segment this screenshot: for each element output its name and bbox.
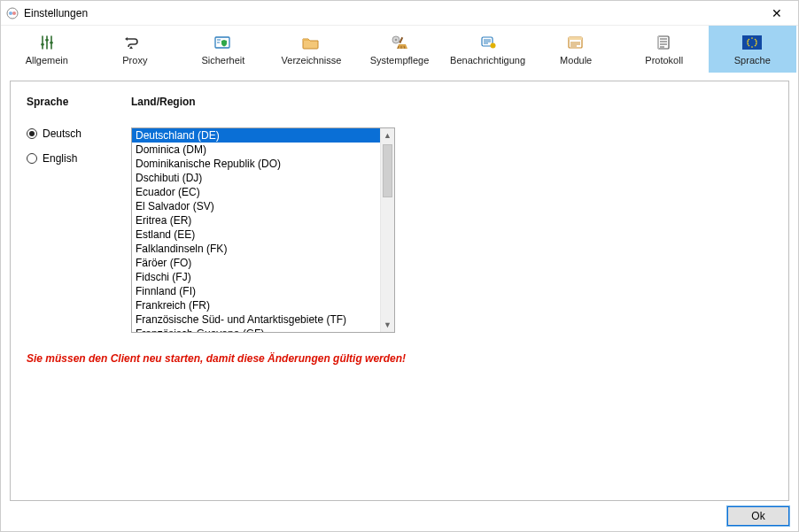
svg-point-37 bbox=[751, 37, 753, 39]
list-item[interactable]: Französisch-Guayana (GF) bbox=[132, 327, 380, 332]
list-item[interactable]: El Salvador (SV) bbox=[132, 199, 380, 213]
list-item[interactable]: Ecuador (EC) bbox=[132, 185, 380, 199]
scroll-thumb[interactable] bbox=[383, 144, 392, 197]
list-item[interactable]: Deutschland (DE) bbox=[132, 128, 380, 143]
svg-marker-10 bbox=[129, 46, 133, 49]
settings-window: Einstellungen ✕ Allgemein bbox=[0, 0, 799, 532]
list-item[interactable]: Frankreich (FR) bbox=[132, 298, 380, 312]
tab-label: Systempflege bbox=[370, 55, 430, 66]
svg-marker-9 bbox=[125, 37, 128, 41]
shield-card-icon bbox=[213, 34, 233, 51]
svg-point-43 bbox=[749, 44, 750, 46]
svg-point-38 bbox=[751, 46, 753, 48]
language-header: Sprache bbox=[27, 96, 131, 108]
svg-point-44 bbox=[755, 44, 756, 46]
svg-point-1 bbox=[9, 12, 12, 15]
restart-notice: Sie müssen den Client neu starten, damit… bbox=[27, 352, 772, 365]
ok-label: Ok bbox=[751, 510, 764, 522]
svg-rect-8 bbox=[50, 42, 53, 44]
scroll-down-icon[interactable]: ▼ bbox=[381, 318, 394, 332]
svg-point-40 bbox=[756, 42, 757, 43]
svg-point-41 bbox=[749, 38, 750, 40]
tab-toolbar: Allgemein Proxy Sicherheit bbox=[1, 26, 798, 73]
svg-rect-7 bbox=[45, 39, 49, 42]
tab-label: Proxy bbox=[122, 55, 147, 66]
svg-point-2 bbox=[12, 12, 16, 15]
content-area: Sprache Deutsch English Land/Region Deut… bbox=[1, 73, 798, 505]
radio-icon bbox=[27, 128, 37, 139]
broom-gear-icon bbox=[390, 34, 409, 51]
radio-label: English bbox=[43, 152, 77, 165]
tab-label: Allgemein bbox=[26, 55, 68, 66]
scrollbar[interactable]: ▲ ▼ bbox=[380, 128, 394, 332]
folder-icon bbox=[301, 34, 321, 51]
tab-benachrichtigung[interactable]: Benachrichtigung bbox=[444, 26, 532, 73]
tab-protokoll[interactable]: Protokoll bbox=[620, 26, 709, 73]
tab-label: Sprache bbox=[734, 55, 771, 66]
tab-label: Sicherheit bbox=[201, 55, 244, 66]
radio-english[interactable]: English bbox=[27, 152, 131, 165]
app-icon bbox=[6, 7, 19, 19]
settings-panel: Sprache Deutsch English Land/Region Deut… bbox=[10, 81, 789, 501]
tab-label: Verzeichnisse bbox=[282, 55, 342, 66]
tab-sprache[interactable]: Sprache bbox=[709, 26, 797, 73]
svg-rect-35 bbox=[657, 36, 659, 49]
tab-proxy[interactable]: Proxy bbox=[91, 26, 180, 73]
tab-label: Benachrichtigung bbox=[450, 55, 525, 66]
list-item[interactable]: Eritrea (ER) bbox=[132, 213, 380, 227]
titlebar: Einstellungen ✕ bbox=[1, 1, 798, 26]
radio-deutsch[interactable]: Deutsch bbox=[27, 127, 131, 140]
log-icon bbox=[655, 34, 674, 51]
notification-icon bbox=[478, 34, 498, 51]
svg-point-46 bbox=[756, 40, 757, 42]
tab-allgemein[interactable]: Allgemein bbox=[3, 26, 91, 73]
dialog-footer: Ok bbox=[1, 505, 798, 531]
country-listbox[interactable]: Deutschland (DE)Dominica (DM)Dominikanis… bbox=[131, 127, 395, 333]
svg-point-45 bbox=[748, 40, 749, 42]
tab-module[interactable]: Module bbox=[531, 26, 620, 73]
svg-rect-26 bbox=[569, 37, 582, 40]
window-title: Einstellungen bbox=[24, 7, 761, 19]
ok-button[interactable]: Ok bbox=[727, 506, 789, 526]
radio-icon bbox=[27, 153, 37, 164]
radio-label: Deutsch bbox=[43, 127, 81, 140]
svg-point-48 bbox=[756, 42, 757, 44]
svg-rect-6 bbox=[41, 43, 44, 46]
module-icon bbox=[566, 34, 586, 51]
tab-label: Protokoll bbox=[645, 55, 683, 66]
sliders-icon bbox=[37, 34, 57, 51]
list-item[interactable]: Dschibuti (DJ) bbox=[132, 171, 380, 185]
region-header: Land/Region bbox=[131, 96, 395, 108]
close-icon: ✕ bbox=[772, 7, 782, 19]
tab-label: Module bbox=[560, 55, 592, 66]
list-item[interactable]: Finnland (FI) bbox=[132, 284, 380, 298]
list-item[interactable]: Estland (EE) bbox=[132, 227, 380, 242]
scroll-up-icon[interactable]: ▲ bbox=[381, 128, 394, 143]
svg-point-42 bbox=[755, 38, 756, 40]
svg-point-39 bbox=[747, 42, 749, 43]
list-item[interactable]: Falklandinseln (FK) bbox=[132, 242, 380, 256]
close-button[interactable]: ✕ bbox=[761, 1, 793, 25]
svg-point-24 bbox=[490, 42, 495, 48]
list-item[interactable]: Färöer (FO) bbox=[132, 256, 380, 270]
tab-sicherheit[interactable]: Sicherheit bbox=[179, 26, 268, 73]
list-item[interactable]: Französische Süd- und Antarktisgebiete (… bbox=[132, 312, 380, 327]
list-item[interactable]: Dominica (DM) bbox=[132, 143, 380, 157]
tab-systempflege[interactable]: Systempflege bbox=[355, 26, 444, 73]
list-item[interactable]: Dominikanische Republik (DO) bbox=[132, 157, 380, 171]
list-item[interactable]: Fidschi (FJ) bbox=[132, 270, 380, 284]
svg-point-47 bbox=[748, 42, 749, 44]
route-icon bbox=[125, 34, 144, 51]
svg-point-15 bbox=[395, 38, 398, 41]
tab-verzeichnisse[interactable]: Verzeichnisse bbox=[268, 26, 356, 73]
eu-flag-icon bbox=[742, 34, 762, 51]
